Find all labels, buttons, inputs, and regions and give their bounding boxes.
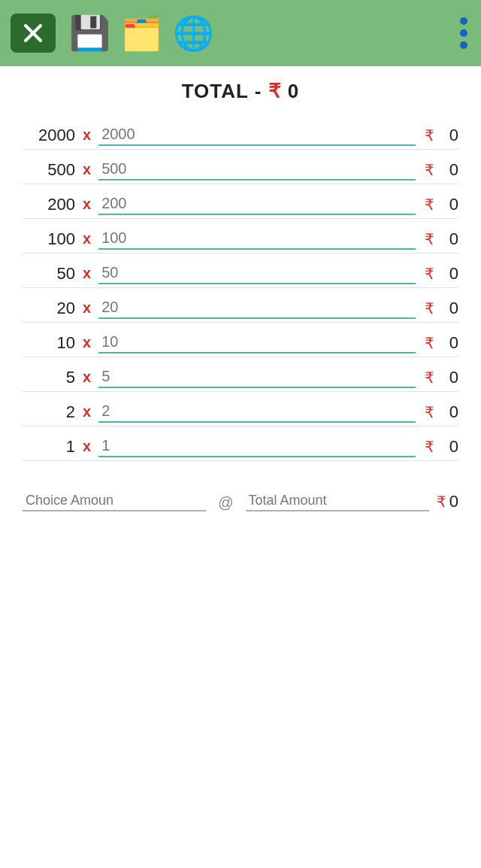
folder-icon: 🗂️ bbox=[121, 17, 162, 50]
bottom-total-value: 0 bbox=[449, 492, 458, 511]
multiply-symbol: x bbox=[83, 265, 91, 282]
multiply-symbol: x bbox=[83, 196, 91, 213]
multiply-symbol: x bbox=[83, 299, 91, 317]
denom-quantity-input[interactable] bbox=[98, 366, 416, 388]
rupee-icon: ₹ bbox=[425, 334, 434, 352]
close-icon bbox=[21, 21, 45, 45]
multiply-symbol: x bbox=[83, 230, 91, 247]
denomination-row: 500 x ₹ 0 bbox=[23, 151, 458, 184]
denom-result-value: 0 bbox=[437, 368, 458, 387]
rupee-icon: ₹ bbox=[425, 265, 434, 283]
denom-quantity-input[interactable] bbox=[98, 124, 416, 146]
multiply-symbol: x bbox=[83, 438, 91, 455]
denomination-row: 50 x ₹ 0 bbox=[23, 255, 458, 288]
dot-icon bbox=[460, 29, 467, 37]
denomination-row: 100 x ₹ 0 bbox=[23, 220, 458, 253]
denom-result: ₹ 0 bbox=[416, 299, 458, 318]
denom-result: ₹ 0 bbox=[416, 402, 458, 422]
denom-label: 5 bbox=[23, 368, 75, 387]
denom-quantity-input[interactable] bbox=[98, 193, 416, 215]
header-total-value: 0 bbox=[288, 80, 299, 102]
multiply-symbol: x bbox=[83, 369, 91, 386]
denom-result: ₹ 0 bbox=[416, 229, 458, 249]
denom-quantity-input[interactable] bbox=[98, 263, 416, 284]
denom-label: 10 bbox=[23, 333, 75, 353]
denom-quantity-input[interactable] bbox=[98, 401, 416, 423]
denom-result-value: 0 bbox=[437, 160, 458, 180]
denom-result-value: 0 bbox=[437, 402, 458, 422]
denom-result-value: 0 bbox=[437, 299, 458, 318]
denom-result: ₹ 0 bbox=[416, 195, 458, 214]
bottom-rupee-symbol: ₹ bbox=[437, 493, 446, 511]
rupee-icon: ₹ bbox=[425, 126, 434, 144]
total-amount-input[interactable] bbox=[246, 491, 429, 511]
denom-label: 100 bbox=[23, 229, 75, 249]
toolbar-icons: 💾 🗂️ 🌐 bbox=[69, 17, 443, 50]
total-title-prefix: TOTAL - bbox=[182, 80, 268, 102]
denom-result: ₹ 0 bbox=[416, 264, 458, 284]
denom-result: ₹ 0 bbox=[416, 368, 458, 387]
denomination-row: 2 x ₹ 0 bbox=[23, 393, 458, 426]
denom-quantity-input[interactable] bbox=[98, 159, 416, 181]
denom-label: 2000 bbox=[23, 126, 75, 145]
denom-label: 200 bbox=[23, 195, 75, 214]
denom-label: 500 bbox=[23, 160, 75, 180]
web-button[interactable]: 🌐 bbox=[173, 17, 214, 50]
close-button[interactable] bbox=[11, 14, 56, 53]
denom-quantity-input[interactable] bbox=[98, 228, 416, 250]
denomination-row: 5 x ₹ 0 bbox=[23, 359, 458, 392]
denom-quantity-input[interactable] bbox=[98, 297, 416, 319]
total-header: TOTAL - ₹ 0 bbox=[0, 66, 481, 111]
denom-label: 2 bbox=[23, 402, 75, 422]
choice-amount-input[interactable] bbox=[23, 491, 206, 511]
denom-result-value: 0 bbox=[437, 437, 458, 457]
denom-label: 1 bbox=[23, 437, 75, 457]
denomination-list: 2000 x ₹ 0 500 x ₹ 0 200 x ₹ 0 100 x ₹ 0… bbox=[0, 111, 481, 478]
denom-quantity-input[interactable] bbox=[98, 332, 416, 354]
rupee-icon: ₹ bbox=[425, 230, 434, 248]
denom-result: ₹ 0 bbox=[416, 126, 458, 145]
denomination-row: 20 x ₹ 0 bbox=[23, 290, 458, 323]
denomination-row: 10 x ₹ 0 bbox=[23, 324, 458, 357]
rupee-icon: ₹ bbox=[425, 369, 434, 387]
multiply-symbol: x bbox=[83, 334, 91, 351]
save-button[interactable]: 💾 bbox=[69, 17, 110, 50]
denom-result-value: 0 bbox=[437, 264, 458, 284]
denom-result: ₹ 0 bbox=[416, 333, 458, 353]
denomination-row: 1 x ₹ 0 bbox=[23, 428, 458, 461]
rupee-icon: ₹ bbox=[425, 299, 434, 317]
multiply-symbol: x bbox=[83, 161, 91, 178]
denom-result-value: 0 bbox=[437, 195, 458, 214]
more-options-button[interactable] bbox=[457, 14, 470, 52]
denom-result-value: 0 bbox=[437, 229, 458, 249]
denom-result-value: 0 bbox=[437, 333, 458, 353]
denom-result: ₹ 0 bbox=[416, 437, 458, 457]
dot-icon bbox=[460, 17, 467, 25]
denom-result-value: 0 bbox=[437, 126, 458, 145]
rupee-icon: ₹ bbox=[425, 196, 434, 214]
folder-button[interactable]: 🗂️ bbox=[121, 17, 162, 50]
web-icon: 🌐 bbox=[173, 17, 214, 50]
header-rupee-symbol: ₹ bbox=[268, 80, 282, 102]
rupee-icon: ₹ bbox=[425, 403, 434, 421]
dot-icon bbox=[460, 41, 467, 49]
rupee-icon: ₹ bbox=[425, 438, 434, 456]
denom-label: 50 bbox=[23, 264, 75, 284]
denom-quantity-input[interactable] bbox=[98, 436, 416, 457]
denomination-row: 200 x ₹ 0 bbox=[23, 186, 458, 219]
denom-label: 20 bbox=[23, 299, 75, 318]
multiply-symbol: x bbox=[83, 126, 91, 144]
multiply-symbol: x bbox=[83, 403, 91, 420]
bottom-result: ₹ 0 bbox=[437, 492, 458, 511]
save-icon: 💾 bbox=[69, 17, 110, 50]
toolbar: 💾 🗂️ 🌐 bbox=[0, 0, 481, 66]
bottom-section: @ ₹ 0 bbox=[0, 478, 481, 511]
at-symbol: @ bbox=[213, 494, 237, 511]
rupee-icon: ₹ bbox=[425, 161, 434, 179]
denomination-row: 2000 x ₹ 0 bbox=[23, 117, 458, 150]
denom-result: ₹ 0 bbox=[416, 160, 458, 180]
